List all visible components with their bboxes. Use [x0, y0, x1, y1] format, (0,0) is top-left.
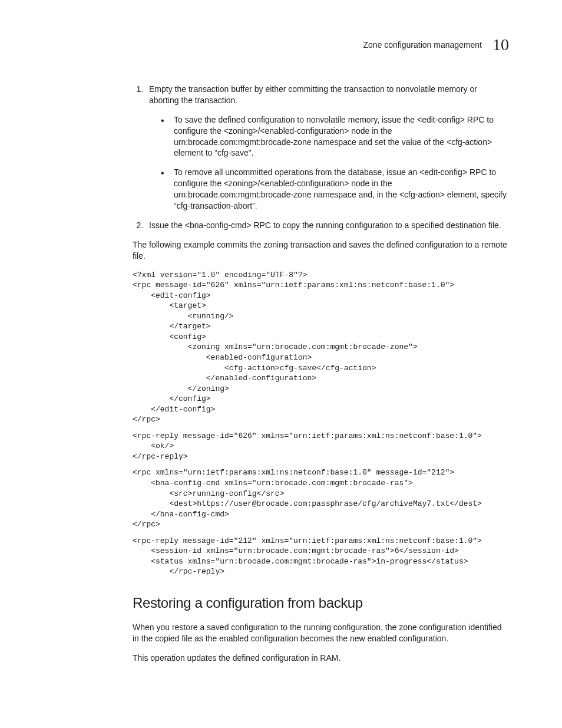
intro-paragraph: The following example commits the zoning…	[133, 239, 509, 262]
content-area: Empty the transaction buffer by either c…	[53, 84, 509, 664]
step-1-bullet-2: To remove all uncommitted operations fro…	[168, 167, 509, 212]
code-block-1: <?xml version="1.0" encoding="UTF-8"?> <…	[133, 270, 509, 425]
page-header: Zone configuration management 10	[53, 35, 509, 54]
step-1: Empty the transaction buffer by either c…	[146, 84, 509, 212]
step-1-bullets: To save the defined configuration to non…	[149, 114, 509, 212]
header-section-title: Zone configuration management	[363, 40, 482, 50]
step-2-text: Issue the <bna-config-cmd> RPC to copy t…	[149, 220, 501, 230]
section-paragraph-2: This operation updates the defined confi…	[133, 653, 509, 664]
step-2: Issue the <bna-config-cmd> RPC to copy t…	[146, 220, 509, 231]
code-block-4: <rpc-reply message-id="212" xmlns="urn:i…	[133, 536, 509, 577]
section-paragraph-1: When you restore a saved configuration t…	[133, 622, 509, 644]
code-block-2: <rpc-reply message-id="626" xmlns="urn:i…	[133, 431, 509, 462]
section-heading: Restoring a configuration from backup	[133, 594, 509, 612]
chapter-number: 10	[492, 35, 509, 54]
code-block-3: <rpc xmlns="urn:ietf:params:xml:ns:netco…	[133, 467, 509, 529]
step-1-text: Empty the transaction buffer by either c…	[149, 84, 477, 105]
step-1-bullet-1: To save the defined configuration to non…	[168, 114, 509, 159]
numbered-steps: Empty the transaction buffer by either c…	[133, 84, 509, 231]
